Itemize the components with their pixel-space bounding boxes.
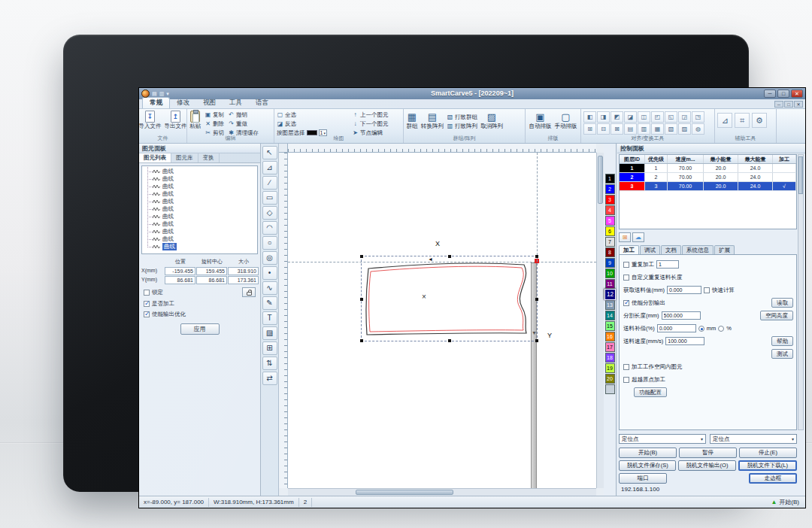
lock-button[interactable]: [242, 287, 256, 297]
cloud-button[interactable]: ☁: [632, 232, 644, 242]
feed-speed-input[interactable]: [665, 337, 704, 345]
align-tool-button[interactable]: ◳: [692, 111, 704, 123]
tab-process[interactable]: 加工: [619, 245, 639, 254]
anchor-point-select-left[interactable]: 定位点▾: [619, 434, 706, 444]
tab-modify[interactable]: 修改: [170, 98, 196, 108]
mdi-restore-button[interactable]: □: [784, 101, 793, 108]
palette-chip[interactable]: 20: [605, 374, 615, 384]
selection-handle[interactable]: [535, 255, 538, 258]
maximize-button[interactable]: □: [777, 90, 789, 98]
start-button[interactable]: 开始(B): [619, 448, 677, 458]
offline-save-button[interactable]: 脱机文件保存(S): [619, 460, 676, 471]
align-tool-button[interactable]: ◍: [692, 123, 704, 135]
canvas[interactable]: X ◄ Y ▼: [288, 153, 596, 488]
mirror-horizontal-tool-button[interactable]: ⇄: [262, 372, 277, 385]
mdi-minimize-button[interactable]: ─: [774, 101, 783, 108]
list-item[interactable]: 曲线: [146, 168, 257, 175]
layer-grid-button[interactable]: ⊞: [619, 232, 631, 242]
quick-access-save-icon[interactable]: ▥: [159, 90, 165, 98]
selection-handle[interactable]: [360, 298, 363, 301]
palette-chip-selected[interactable]: 12: [604, 289, 615, 300]
tab-debug[interactable]: 调试: [640, 245, 660, 254]
group-button[interactable]: ▦ 群组: [406, 111, 418, 130]
palette-chip[interactable]: 10: [605, 269, 615, 278]
palette-chip[interactable]: 7: [605, 237, 615, 247]
tab-view[interactable]: 视图: [196, 98, 223, 108]
align-tool-button[interactable]: ◰: [651, 111, 664, 123]
pause-button[interactable]: 暂停: [679, 448, 737, 458]
y-position-field[interactable]: 86.681: [165, 276, 195, 284]
list-item[interactable]: 曲线: [146, 220, 257, 228]
quick-access-dropdown-icon[interactable]: ▾: [166, 90, 169, 98]
list-item[interactable]: 曲线: [146, 175, 257, 183]
help-button[interactable]: 帮助: [771, 336, 793, 346]
unit-percent-radio[interactable]: [718, 326, 724, 332]
y-center-field[interactable]: 86.681: [196, 276, 227, 284]
auto-layout-button[interactable]: ▣ 自动排版: [529, 111, 552, 130]
lock-checkbox[interactable]: [144, 290, 150, 296]
array-tool-button[interactable]: ⊞: [262, 341, 277, 355]
list-item[interactable]: 曲线: [146, 198, 257, 205]
next-element-button[interactable]: ↓下一个图元: [352, 120, 389, 128]
beyond-origin-checkbox[interactable]: [623, 377, 629, 383]
copy-button[interactable]: ▣复制: [205, 111, 224, 119]
palette-chip[interactable]: 16: [605, 332, 615, 341]
palette-chip[interactable]: 2: [605, 184, 615, 194]
scrollbar-thumb[interactable]: [598, 156, 603, 204]
point-tool-button[interactable]: •: [262, 266, 277, 280]
align-tool-button[interactable]: ◧: [583, 111, 596, 123]
import-file-button[interactable]: ↧ 导入文件: [139, 111, 162, 130]
export-file-button[interactable]: ↥ 导出文件: [165, 111, 187, 130]
palette-chip[interactable]: 11: [605, 279, 615, 289]
selection-handle[interactable]: [448, 339, 451, 342]
align-tool-button[interactable]: ◫: [638, 111, 650, 123]
pen-tool-button[interactable]: ✎: [262, 296, 277, 310]
selection-handle[interactable]: [360, 339, 363, 342]
output-optimize-checkbox[interactable]: [144, 311, 150, 317]
ellipse-tool-button[interactable]: ◎: [262, 251, 277, 265]
aux-measure-button[interactable]: ⊿: [717, 113, 732, 128]
process-enable-checkbox[interactable]: [144, 301, 150, 307]
palette-chip[interactable]: 17: [605, 342, 615, 352]
mdi-close-button[interactable]: ✕: [794, 101, 803, 108]
tab-system-info[interactable]: 系统信息: [682, 245, 714, 254]
align-tool-button[interactable]: ▨: [678, 123, 691, 135]
text-tool-button[interactable]: T: [262, 311, 277, 325]
redo-button[interactable]: ↷重做: [228, 120, 259, 128]
tab-language[interactable]: 语言: [249, 98, 275, 108]
list-item[interactable]: 曲线: [146, 235, 257, 243]
test-button[interactable]: 测试: [771, 349, 793, 359]
scrollbar-thumb[interactable]: [356, 490, 453, 495]
minimize-button[interactable]: ─: [764, 90, 776, 98]
cancel-array-button[interactable]: ▨ 取消阵列: [480, 111, 503, 130]
palette-chip[interactable]: 13: [605, 300, 615, 310]
tab-extension[interactable]: 扩展: [714, 245, 735, 254]
convert-array-button[interactable]: ▤ 转换阵列: [421, 111, 444, 130]
palette-chip[interactable]: 15: [605, 321, 615, 331]
tab-general[interactable]: 常规: [142, 97, 170, 108]
feed-value-input[interactable]: [667, 286, 701, 294]
tab-tools[interactable]: 工具: [223, 98, 249, 108]
palette-chip[interactable]: 18: [605, 353, 615, 363]
space-height-button[interactable]: 空间高度: [760, 311, 793, 320]
list-item[interactable]: 曲线: [146, 213, 257, 220]
table-row-selected[interactable]: 3 3 70.00 20.0 24.0 √: [620, 182, 796, 191]
workspace-only-checkbox[interactable]: [623, 364, 629, 370]
aux-estimate-button[interactable]: ⌗: [735, 113, 750, 128]
align-tool-button[interactable]: ▦: [651, 123, 664, 135]
palette-chip[interactable]: 14: [605, 311, 615, 320]
align-tool-button[interactable]: ▧: [665, 123, 677, 135]
list-item[interactable]: 曲线: [146, 228, 257, 235]
scrollbar-thumb[interactable]: [798, 156, 803, 194]
palette-chip[interactable]: 1: [605, 174, 615, 184]
align-tool-button[interactable]: ◨: [597, 111, 610, 123]
aux-settings-button[interactable]: ⚙: [752, 113, 767, 128]
palette-chip[interactable]: 19: [605, 363, 615, 373]
select-all-button[interactable]: ▢全选: [277, 111, 347, 119]
port-button[interactable]: 端口: [619, 473, 667, 484]
palette-chip[interactable]: 6: [605, 226, 615, 236]
ungroup-button[interactable]: ▧打散群组: [447, 113, 477, 121]
break-array-button[interactable]: ▥打散阵列: [447, 122, 477, 130]
circle-tool-button[interactable]: ○: [262, 236, 277, 250]
mirror-vertical-tool-button[interactable]: ⇅: [262, 357, 277, 370]
